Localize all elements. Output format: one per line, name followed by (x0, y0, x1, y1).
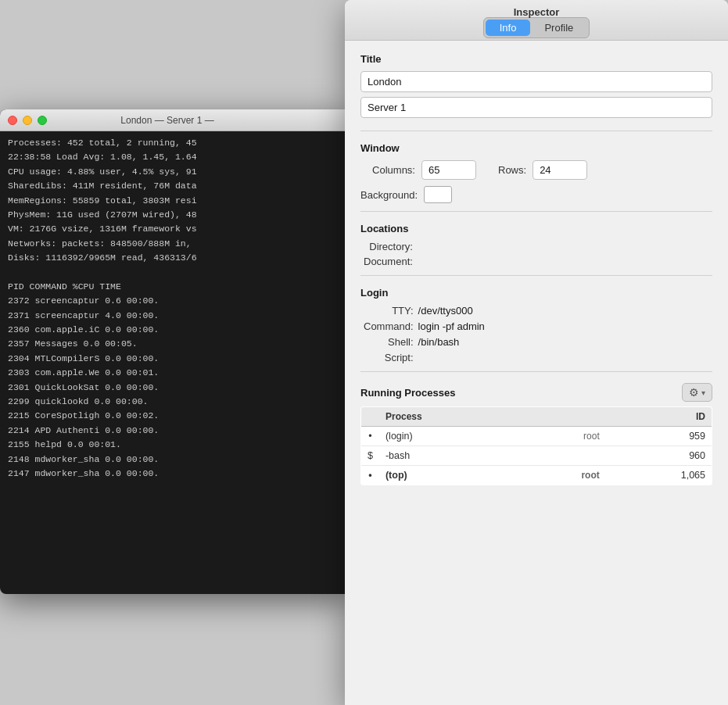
terminal-titlebar: London — Server 1 — (0, 109, 352, 131)
login-section-label: Login (360, 287, 712, 299)
tab-info[interactable]: Info (486, 20, 531, 36)
command-value: login -pf admin (418, 320, 712, 332)
terminal-line: 2357 Messages 0.0 00:05. (8, 337, 344, 351)
terminal-line: 22:38:58 Load Avg: 1.08, 1.45, 1.64 (8, 150, 344, 164)
directory-label: Directory: (364, 241, 413, 252)
terminal-line: 2303 com.apple.We 0.0 00:01. (8, 366, 344, 380)
title-field-1[interactable] (360, 71, 712, 92)
divider-3 (360, 275, 712, 276)
gear-button[interactable]: ⚙ ▾ (682, 383, 712, 402)
table-row: $-bash960 (361, 446, 712, 466)
row-name: (top) (379, 466, 518, 485)
rows-input[interactable] (533, 160, 587, 180)
terminal-line: 2214 APD Authenti 0.0 00:00. (8, 424, 344, 438)
terminal-line: 2304 MTLCompilerS 0.0 00:00. (8, 352, 344, 366)
shell-value: /bin/bash (418, 336, 712, 348)
terminal-line: PhysMem: 11G used (2707M wired), 48 (8, 208, 344, 222)
terminal-line: CPU usage: 4.88% user, 4.5% sys, 91 (8, 165, 344, 179)
row-user: root (518, 427, 606, 446)
script-value (418, 352, 712, 363)
locations-section-label: Locations (360, 223, 712, 234)
terminal-line: VM: 2176G vsize, 1316M framework vs (8, 222, 344, 236)
row-id: 1,065 (606, 466, 712, 485)
columns-row: Columns: Rows: (360, 160, 712, 180)
row-bullet: • (361, 427, 379, 446)
terminal-window: London — Server 1 — Processes: 452 total… (0, 109, 352, 594)
row-bullet: • (361, 466, 379, 485)
columns-input[interactable] (421, 160, 476, 180)
window-section-label: Window (360, 142, 712, 154)
tty-label: TTY: (364, 305, 414, 317)
command-label: Command: (364, 320, 414, 332)
shell-label: Shell: (364, 336, 414, 348)
tab-profile[interactable]: Profile (530, 20, 587, 36)
background-label: Background: (360, 189, 418, 201)
terminal-line (8, 266, 344, 280)
table-row: •(top)root1,065 (361, 466, 712, 485)
terminal-line: 2155 helpd 0.0 00:01. (8, 438, 344, 452)
running-processes-label: Running Processes (360, 387, 455, 399)
terminal-line: 2360 com.apple.iC 0.0 00:00. (8, 323, 344, 337)
tab-group: Info Profile (483, 17, 590, 38)
terminal-body: Processes: 452 total, 2 running, 4522:38… (0, 131, 352, 485)
row-user: root (518, 466, 606, 485)
terminal-line: 2148 mdworker_sha 0.0 00:00. (8, 453, 344, 467)
rows-label: Rows: (498, 164, 526, 176)
divider-2 (360, 211, 712, 212)
background-row: Background: (360, 186, 712, 203)
tty-value: /dev/ttys000 (418, 305, 712, 317)
processes-table: Process ID •(login)root959$-bash960•(top… (360, 406, 712, 485)
col-process: Process (379, 407, 518, 427)
terminal-line: Networks: packets: 848500/888M in, (8, 237, 344, 251)
terminal-line: 2371 screencaptur 4.0 00:00. (8, 309, 344, 323)
col-user (518, 407, 606, 427)
row-name: -bash (379, 446, 518, 466)
inspector-body: Title Window Columns: Rows: Background: … (345, 41, 728, 705)
directory-value (418, 241, 712, 252)
inspector-title: Inspector (514, 6, 560, 18)
divider-1 (360, 131, 712, 131)
terminal-line: SharedLibs: 411M resident, 76M data (8, 179, 344, 193)
inspector-window: Inspector Info Profile Title Window Colu… (345, 0, 728, 705)
terminal-line: 2301 QuickLookSat 0.0 00:00. (8, 381, 344, 395)
row-id: 960 (606, 446, 712, 466)
chevron-down-icon: ▾ (701, 388, 705, 397)
background-swatch[interactable] (424, 186, 452, 203)
terminal-line: PID COMMAND %CPU TIME (8, 280, 344, 294)
row-name: (login) (379, 427, 518, 446)
terminal-line: 2372 screencaptur 0.6 00:00. (8, 294, 344, 308)
script-label: Script: (364, 352, 414, 363)
table-row: •(login)root959 (361, 427, 712, 446)
terminal-line: 2299 quicklookd 0.0 00:00. (8, 395, 344, 409)
processes-tbody: •(login)root959$-bash960•(top)root1,065 (361, 427, 712, 485)
row-id: 959 (606, 427, 712, 446)
col-id: ID (606, 407, 712, 427)
document-value (418, 256, 712, 267)
terminal-line: Disks: 1116392/9965M read, 436313/6 (8, 251, 344, 265)
divider-4 (360, 371, 712, 372)
gear-icon: ⚙ (689, 386, 699, 399)
running-processes-header: Running Processes ⚙ ▾ (360, 383, 712, 402)
locations-grid: Directory: Document: (364, 241, 712, 267)
col-bullet (361, 407, 379, 427)
columns-label: Columns: (360, 164, 415, 176)
row-user (518, 446, 606, 466)
login-grid: TTY: /dev/ttys000 Command: login -pf adm… (364, 305, 712, 363)
terminal-line: Processes: 452 total, 2 running, 45 (8, 136, 344, 150)
title-section-label: Title (360, 53, 712, 65)
table-header-row: Process ID (361, 407, 712, 427)
terminal-title: London — Server 1 — (0, 115, 344, 126)
inspector-titlebar: Inspector Info Profile (345, 0, 728, 41)
terminal-line: MemRegions: 55859 total, 3803M resi (8, 194, 344, 208)
row-bullet: $ (361, 446, 379, 466)
terminal-line: 2215 CoreSpotligh 0.0 00:02. (8, 409, 344, 423)
title-field-2[interactable] (360, 97, 712, 118)
document-label: Document: (364, 256, 413, 267)
terminal-line: 2147 mdworker_sha 0.0 00:00. (8, 467, 344, 481)
